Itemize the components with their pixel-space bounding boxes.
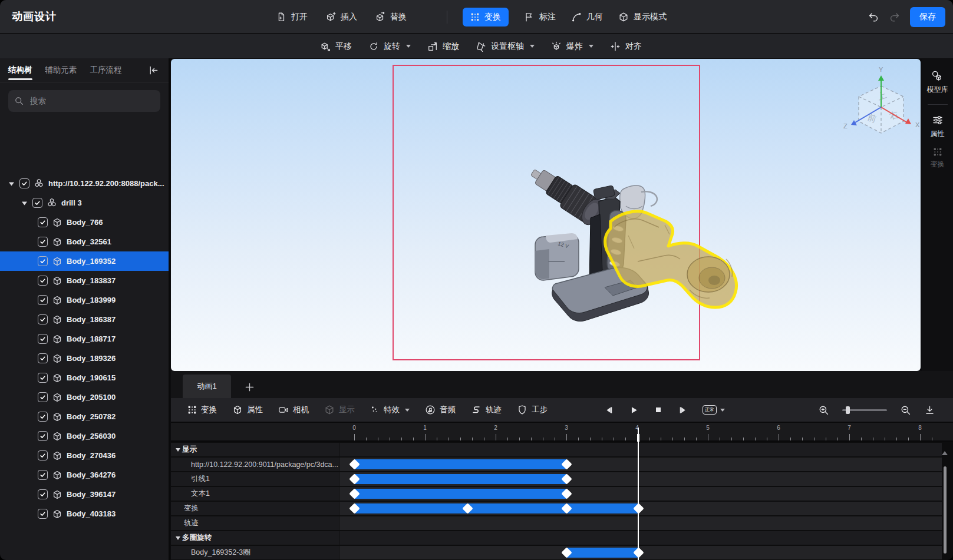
search-box[interactable]: [8, 90, 160, 112]
node-checkbox[interactable]: [38, 237, 48, 247]
redo-button[interactable]: [889, 11, 901, 23]
track-label[interactable]: 轨迹: [171, 516, 339, 530]
viewport-3d[interactable]: 12 V: [171, 59, 921, 371]
animation-tab[interactable]: 动画1: [183, 375, 231, 398]
track-strip[interactable]: [339, 458, 942, 471]
node-checkbox[interactable]: [38, 295, 48, 305]
tree-row-Body_364276[interactable]: Body_364276: [0, 465, 169, 485]
tree-row-Body_169352[interactable]: Body_169352: [0, 251, 169, 271]
save-button[interactable]: 保存: [910, 7, 945, 27]
rail-item-sliders[interactable]: 属性: [931, 114, 945, 139]
tree-row-Body_189326[interactable]: Body_189326: [0, 349, 169, 368]
node-checkbox[interactable]: [38, 276, 48, 286]
tree-row-Body_190615[interactable]: Body_190615: [0, 368, 169, 387]
track-label[interactable]: 文本1: [171, 487, 339, 501]
track-label[interactable]: 引线1: [171, 472, 339, 486]
track-group-label[interactable]: 显示: [171, 443, 339, 456]
expander-icon[interactable]: [8, 181, 15, 187]
tool-explode-button[interactable]: 爆炸: [551, 41, 593, 52]
sidebar-tab-2[interactable]: 工序流程: [90, 59, 122, 81]
tl-相机-button[interactable]: 相机: [278, 405, 309, 415]
tool-scale-button[interactable]: 缩放: [427, 41, 459, 52]
track-strip[interactable]: [339, 502, 942, 515]
track-strip[interactable]: [339, 531, 942, 545]
tl-属性-button[interactable]: 属性: [232, 405, 263, 415]
node-checkbox[interactable]: [38, 412, 48, 422]
rail-item-transform-grid[interactable]: 变换: [931, 147, 945, 170]
tree-row-Body_205100[interactable]: Body_205100: [0, 387, 169, 407]
zoom-out-icon[interactable]: [900, 405, 911, 416]
tree-row-Body_186387[interactable]: Body_186387: [0, 310, 169, 329]
tl-音频-button[interactable]: 音频: [425, 405, 456, 415]
orientation-cube[interactable]: 上 前 右 Y X Z: [840, 64, 921, 164]
track-label[interactable]: http://10.122.92.200:9011/package/pc/3dc…: [171, 458, 339, 471]
timeline-clip-bar[interactable]: [354, 459, 566, 469]
search-input[interactable]: [29, 96, 154, 106]
mode-cube-mode-button[interactable]: 显示模式: [618, 12, 667, 22]
file-cube-plus-button[interactable]: 插入: [325, 12, 357, 22]
track-strip[interactable]: [339, 546, 942, 559]
expander-icon[interactable]: [21, 200, 28, 206]
sidebar-tab-0[interactable]: 结构树: [8, 59, 32, 81]
tree-row-Body_766[interactable]: Body_766: [0, 213, 169, 232]
group-collapse-icon[interactable]: [176, 536, 180, 540]
tree-row-Body_183837[interactable]: Body_183837: [0, 271, 169, 290]
node-checkbox[interactable]: [38, 217, 48, 227]
zoom-slider-handle[interactable]: [846, 406, 850, 414]
tree-row-Body_403183[interactable]: Body_403183: [0, 504, 169, 523]
tl-显示-button[interactable]: 显示: [324, 405, 355, 415]
tool-rotate-button[interactable]: 旋转: [368, 41, 411, 52]
node-checkbox[interactable]: [19, 178, 29, 188]
mode-arc-button[interactable]: 几何: [571, 12, 603, 22]
node-checkbox[interactable]: [38, 489, 48, 499]
download-icon[interactable]: [924, 405, 935, 416]
playhead-cap[interactable]: [637, 434, 639, 442]
timeline-clip-bar[interactable]: [354, 503, 638, 513]
playback-mode-button[interactable]: 正常: [703, 405, 725, 415]
tree-row-Body_32561[interactable]: Body_32561: [0, 232, 169, 251]
track-strip[interactable]: [339, 472, 942, 486]
drill-model[interactable]: 12 V: [489, 135, 748, 330]
track-strip[interactable]: [339, 443, 942, 456]
node-checkbox[interactable]: [32, 198, 42, 208]
timeline-clip-bar[interactable]: [354, 489, 566, 499]
node-checkbox[interactable]: [38, 353, 48, 363]
track-group-label[interactable]: 多圈旋转: [171, 531, 339, 545]
tl-特效-button[interactable]: 特效: [370, 405, 410, 415]
file-doc-open-button[interactable]: 打开: [276, 12, 308, 22]
track-label[interactable]: 变换: [171, 502, 339, 515]
node-checkbox[interactable]: [38, 450, 48, 460]
rail-item-model-library[interactable]: 模型库: [927, 69, 948, 95]
collapse-sidebar-icon[interactable]: [148, 64, 159, 75]
scroll-up-arrow[interactable]: [942, 451, 948, 455]
mode-transform-grid-button[interactable]: 变换: [463, 8, 509, 26]
timeline-clip-bar[interactable]: [354, 474, 566, 484]
tree-row-Body_256030[interactable]: Body_256030: [0, 426, 169, 446]
tree-row-Body_188717[interactable]: Body_188717: [0, 329, 169, 349]
tool-pivot-button[interactable]: 设置枢轴: [476, 41, 535, 52]
tool-move-cube-button[interactable]: 平移: [320, 41, 352, 52]
group-collapse-icon[interactable]: [176, 448, 180, 452]
playhead[interactable]: [638, 428, 639, 560]
tree-row-drill 3[interactable]: drill 3: [0, 193, 169, 213]
timeline-zoom-slider[interactable]: [842, 409, 887, 411]
tree-row-Body_270436[interactable]: Body_270436: [0, 446, 169, 465]
node-checkbox[interactable]: [38, 373, 48, 383]
track-strip[interactable]: [339, 487, 942, 501]
tool-align-button[interactable]: 对齐: [610, 41, 642, 52]
step-forward-button[interactable]: [678, 405, 688, 415]
add-animation-icon[interactable]: [244, 382, 255, 393]
node-checkbox[interactable]: [38, 470, 48, 480]
tree-row-Body_183999[interactable]: Body_183999: [0, 290, 169, 310]
mode-tag-button[interactable]: 标注: [524, 12, 556, 22]
track-strip[interactable]: [339, 516, 942, 530]
sidebar-tab-1[interactable]: 辅助元素: [45, 59, 77, 81]
node-checkbox[interactable]: [38, 256, 48, 266]
stop-button[interactable]: [654, 405, 663, 415]
node-checkbox[interactable]: [38, 431, 48, 441]
track-label[interactable]: Body_169352-3圈: [171, 546, 339, 559]
tl-变换-button[interactable]: 变换: [187, 405, 217, 415]
file-cube-swap-button[interactable]: 替换: [375, 12, 407, 22]
tl-工步-button[interactable]: 工步: [517, 405, 548, 415]
tl-轨迹-button[interactable]: 轨迹: [471, 405, 502, 415]
